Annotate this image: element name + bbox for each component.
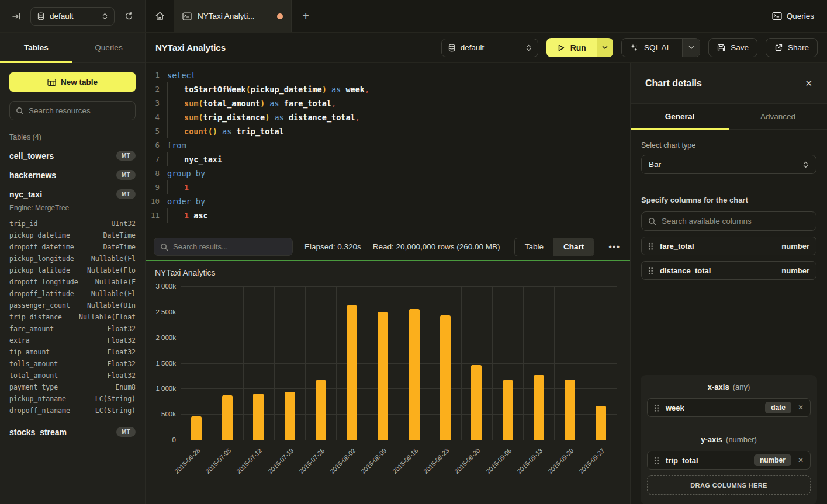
sql-code: from [167, 138, 186, 152]
line-number: 5 [146, 124, 167, 138]
results-search[interactable] [154, 238, 293, 256]
sql-code: order by [167, 194, 205, 208]
toolbar-database-selector[interactable]: default [441, 39, 538, 57]
chip-name: trip_total [666, 456, 748, 465]
toggle-chart[interactable]: Chart [553, 238, 594, 256]
column-name: pickup_latitude [9, 266, 70, 274]
x-axis-chip-week[interactable]: week date ✕ [647, 398, 811, 417]
chart-bar [316, 380, 326, 440]
y-axis-chip-trip-total[interactable]: trip_total number ✕ [647, 451, 811, 470]
chart-type-select[interactable]: Bar [641, 155, 816, 174]
column-type: Nullable(UIn [87, 301, 136, 310]
column-name: dropoff_ntaname [9, 406, 70, 415]
sql-editor[interactable]: 1select2toStartOfWeek(pickup_datetime) a… [146, 64, 630, 234]
column-row: trip_distanceNullable(Float [9, 311, 136, 323]
resource-search[interactable] [9, 101, 136, 120]
sidebar-tabs: Tables Queries [0, 33, 145, 63]
panel-header: Chart details ✕ [631, 63, 827, 104]
refresh-button[interactable] [120, 8, 137, 25]
sidebar-tab-tables[interactable]: Tables [0, 33, 72, 62]
save-button[interactable]: Save [708, 38, 757, 57]
remove-column-icon[interactable]: ✕ [798, 456, 804, 464]
line-number: 9 [146, 180, 167, 194]
tab-nytaxi-analytics[interactable]: NYTaxi Analyti... [174, 0, 292, 32]
collapse-sidebar-button[interactable] [8, 8, 25, 25]
sql-token: ( [246, 85, 251, 94]
tab-advanced[interactable]: Advanced [729, 104, 827, 129]
table-name: hackernews [9, 171, 56, 180]
drag-handle-icon[interactable] [654, 404, 659, 412]
sql-ai-button[interactable]: SQL AI [622, 39, 677, 57]
sql-line: 91 [146, 180, 630, 194]
column-row: fare_amountFloat32 [9, 323, 136, 335]
sql-code: toStartOfWeek(pickup_datetime) as week, [167, 82, 369, 96]
table-name: nyc_taxi [9, 190, 42, 199]
table-row-stocks-stream[interactable]: stocks_stream MT [9, 427, 136, 437]
sql-token: 1 [184, 183, 189, 192]
column-type: Nullable(Fl [91, 255, 136, 263]
sql-ai-options-button[interactable] [682, 39, 700, 57]
toolbar-database-value: default [461, 43, 521, 52]
resource-search-input[interactable] [29, 106, 132, 115]
home-button[interactable] [146, 0, 174, 32]
x-axis-hint: (any) [733, 383, 750, 391]
sql-token: () [208, 127, 217, 136]
database-selector[interactable]: default [30, 7, 115, 26]
table-row-nyc-taxi[interactable]: nyc_taxi MT [9, 189, 136, 199]
save-label: Save [731, 43, 749, 52]
drag-handle-icon[interactable] [648, 242, 653, 250]
sql-token: , [355, 113, 360, 122]
new-tab-button[interactable]: + [292, 0, 320, 32]
chevron-updown-icon [525, 44, 532, 51]
column-name: tip_amount [9, 348, 50, 356]
gridline-v [212, 286, 212, 440]
run-options-button[interactable] [597, 38, 613, 57]
x-axis-label: x-axis [708, 383, 729, 391]
panel-title: Chart details [645, 78, 805, 89]
y-tick-label: 3 000k [141, 283, 176, 290]
drop-zone[interactable]: DRAG COLUMNS HERE [647, 475, 811, 495]
gridline-v [368, 286, 368, 440]
column-row: dropoff_datetimeDateTime [9, 241, 136, 253]
close-icon[interactable]: ✕ [805, 78, 812, 89]
share-button[interactable]: Share [766, 38, 818, 57]
chip-type-badge: number [754, 454, 791, 466]
queries-button[interactable]: Queries [772, 0, 827, 32]
results-search-input[interactable] [173, 242, 286, 251]
engine-badge: MT [116, 189, 136, 199]
table-row-hackernews[interactable]: hackernews MT [9, 170, 136, 180]
line-number: 7 [146, 152, 167, 166]
column-chip-distance-total[interactable]: distance_total number [641, 261, 816, 280]
queries-icon [772, 12, 782, 20]
run-button-group: Run [546, 38, 613, 57]
sql-token: distance_total [289, 113, 355, 122]
column-chip-fare-total[interactable]: fare_total number [641, 237, 816, 255]
column-row: tolls_amountFloat32 [9, 358, 136, 370]
column-name: extra [9, 336, 30, 345]
sql-line: 111 asc [146, 208, 630, 223]
column-search-input[interactable] [662, 217, 809, 225]
column-name: payment_type [9, 383, 58, 391]
sidebar-tab-queries[interactable]: Queries [72, 33, 145, 62]
arrow-to-bar-icon [12, 12, 21, 21]
column-type: DateTime [103, 231, 136, 239]
sql-token [217, 127, 222, 136]
drag-handle-icon[interactable] [648, 267, 653, 274]
more-options-button[interactable]: ••• [606, 242, 622, 252]
database-selected-value: default [50, 12, 97, 20]
column-search[interactable] [641, 211, 816, 231]
share-icon [774, 44, 783, 52]
new-table-button[interactable]: New table [9, 72, 136, 92]
column-name: pickup_ntaname [9, 395, 66, 403]
drag-handle-icon[interactable] [654, 457, 659, 464]
sql-code: 1 asc [167, 208, 208, 223]
table-row-cell-towers[interactable]: cell_towers MT [9, 151, 136, 161]
tab-general[interactable]: General [631, 104, 729, 129]
table-name: cell_towers [9, 151, 54, 161]
sql-token: from [167, 141, 186, 150]
sql-ai-label: SQL AI [644, 43, 669, 52]
run-button[interactable]: Run [546, 38, 597, 57]
toggle-table[interactable]: Table [515, 238, 553, 256]
column-type: Float32 [108, 360, 136, 368]
remove-column-icon[interactable]: ✕ [798, 404, 804, 412]
